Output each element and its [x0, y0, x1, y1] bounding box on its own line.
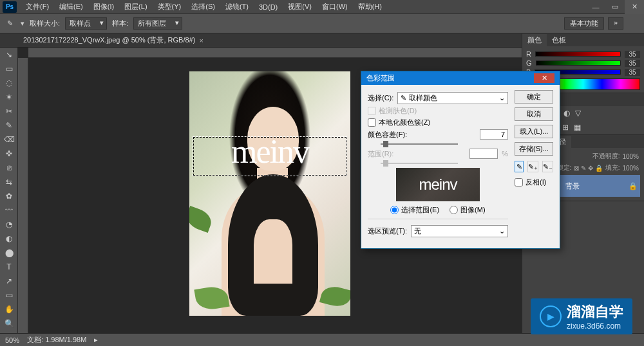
load-button[interactable]: 载入(L)...: [515, 125, 553, 138]
adjust-vibrance-icon[interactable]: ▽: [575, 109, 581, 118]
adjust-color-lookup-icon[interactable]: ▦: [574, 123, 581, 132]
watermark: ▶ 溜溜自学 zixue.3d66.com: [531, 298, 632, 334]
status-bar: 50% 文档: 1.98M/1.98M ▸: [0, 333, 644, 346]
brush-tool[interactable]: ✜: [0, 147, 18, 161]
image-content: [254, 219, 292, 284]
radio-selection-input[interactable]: [390, 206, 399, 214]
b-value[interactable]: 35: [625, 69, 640, 76]
type-tool[interactable]: T: [0, 260, 18, 274]
cancel-button[interactable]: 取消: [515, 107, 553, 121]
lasso-tool[interactable]: ◌: [0, 76, 18, 90]
eyedropper-tool[interactable]: ✎: [0, 118, 18, 132]
document-tab[interactable]: 20130217172228_VQrwX.jpeg @ 50% (背景, RGB…: [18, 34, 209, 46]
invert-checkbox[interactable]: [515, 178, 523, 187]
ruler-vertical: [18, 58, 28, 333]
history-brush-tool[interactable]: ⇆: [0, 175, 18, 189]
zoom-level[interactable]: 50%: [5, 336, 19, 344]
zoom-tool[interactable]: 🔍: [0, 316, 18, 331]
selection-preview-label: 选区预览(T):: [368, 226, 407, 236]
radio-image-input[interactable]: [450, 206, 458, 214]
g-slider[interactable]: [536, 60, 621, 66]
save-button[interactable]: 存储(S)...: [515, 142, 553, 156]
ruler-horizontal: [28, 48, 522, 58]
menu-view[interactable]: 视图(V): [283, 2, 317, 12]
menu-file[interactable]: 文件(F): [21, 2, 54, 12]
menu-image[interactable]: 图像(I): [88, 2, 119, 12]
eraser-tool[interactable]: ✿: [0, 189, 18, 203]
healing-tool[interactable]: ⌫: [0, 132, 18, 147]
minimize-button[interactable]: —: [586, 0, 605, 14]
pen-tool[interactable]: ⬤: [0, 246, 18, 260]
menu-help[interactable]: 帮助(H): [353, 2, 387, 12]
eyedropper-sample-icon[interactable]: ✎: [515, 161, 524, 172]
menu-bar: Ps 文件(F) 编辑(E) 图像(I) 图层(L) 类型(Y) 选择(S) 滤…: [0, 0, 644, 14]
g-label: G: [526, 59, 532, 67]
menu-layer[interactable]: 图层(L): [119, 2, 152, 12]
select-value: 取样颜色: [409, 93, 437, 103]
menu-type[interactable]: 类型(Y): [153, 2, 187, 12]
ok-button[interactable]: 确定: [515, 90, 553, 104]
opacity-value[interactable]: 100%: [622, 153, 639, 160]
swatches-tab[interactable]: 色板: [547, 34, 571, 46]
tab-close-icon[interactable]: ×: [199, 37, 203, 44]
selection-preview-dropdown[interactable]: 无: [411, 225, 508, 237]
localized-checkbox[interactable]: [368, 118, 376, 127]
blur-tool[interactable]: ◔: [0, 217, 18, 232]
menu-3d[interactable]: 3D(D): [254, 3, 283, 11]
maximize-button[interactable]: ▭: [605, 0, 625, 14]
gradient-tool[interactable]: 〰: [0, 203, 18, 217]
dialog-title-bar[interactable]: 色彩范围 ✕: [361, 71, 560, 85]
localized-label: 本地化颜色簇(Z): [379, 118, 430, 127]
sample-dropdown[interactable]: 所有图层: [133, 17, 182, 30]
menu-select[interactable]: 选择(S): [186, 2, 220, 12]
watermark-brand: 溜溜自学: [567, 302, 623, 322]
hand-tool[interactable]: ✋: [0, 302, 18, 316]
dialog-close-button[interactable]: ✕: [534, 73, 554, 83]
adjust-exposure-icon[interactable]: ◐: [564, 109, 570, 118]
tools-panel: ↘ ▭ ◌ ✶ ✂ ✎ ⌫ ✜ ⎚ ⇆ ✿ 〰 ◔ ◐ ⬤ T ↗ ▭ ✋ 🔍: [0, 48, 18, 346]
move-tool[interactable]: ↘: [0, 48, 18, 62]
stamp-tool[interactable]: ⎚: [0, 161, 18, 175]
radio-selection[interactable]: 选择范围(E): [390, 205, 439, 215]
magic-wand-tool[interactable]: ✶: [0, 90, 18, 104]
dodge-tool[interactable]: ◐: [0, 232, 18, 246]
workspace-menu-icon[interactable]: »: [608, 17, 623, 30]
sample-size-dropdown[interactable]: 取样点: [65, 17, 107, 30]
preview-text: meinv: [419, 176, 457, 194]
select-label: 选择(C):: [368, 93, 393, 103]
menu-edit[interactable]: 编辑(E): [54, 2, 88, 12]
menu-filter[interactable]: 滤镜(T): [220, 2, 254, 12]
status-arrow-icon[interactable]: ▸: [94, 336, 98, 344]
r-value[interactable]: 35: [625, 51, 640, 58]
document-canvas[interactable]: meinv: [189, 71, 350, 316]
sample-label: 样本:: [112, 19, 128, 28]
invert-checkbox-row[interactable]: 反相(I): [515, 178, 553, 187]
radio-image[interactable]: 图像(M): [450, 205, 486, 215]
layer-name[interactable]: 背景: [565, 181, 580, 191]
play-icon: ▶: [540, 305, 562, 327]
fill-value[interactable]: 100%: [622, 165, 639, 172]
eyedropper-add-icon[interactable]: ✎₊: [527, 161, 538, 172]
r-slider[interactable]: [535, 51, 621, 57]
color-tab[interactable]: 颜色: [522, 34, 547, 46]
adjust-channel-mixer-icon[interactable]: ⊞: [562, 123, 569, 132]
fill-label: 填充:: [605, 163, 620, 172]
range-slider: [381, 163, 458, 164]
g-value[interactable]: 35: [625, 60, 640, 67]
menu-window[interactable]: 窗口(W): [317, 2, 353, 12]
fuzziness-slider[interactable]: [381, 143, 458, 145]
workspace-button[interactable]: 基本功能: [564, 17, 604, 30]
close-button[interactable]: ✕: [625, 0, 644, 14]
select-dropdown[interactable]: ✎ 取样颜色: [397, 92, 508, 104]
invert-label: 反相(I): [526, 178, 546, 187]
color-range-dialog: 色彩范围 ✕ 选择(C): ✎ 取样颜色 检测肤色(D) 本地化颜色簇(Z) 颜…: [361, 71, 560, 249]
shape-tool[interactable]: ▭: [0, 288, 18, 302]
fuzziness-input[interactable]: [480, 129, 508, 140]
lock-icons[interactable]: ⊠ ✎ ✥ 🔒: [574, 165, 602, 172]
selection-preview: meinv: [396, 168, 480, 201]
marquee-tool[interactable]: ▭: [0, 62, 18, 76]
crop-tool[interactable]: ✂: [0, 104, 18, 118]
eyedropper-subtract-icon[interactable]: ✎₋: [542, 161, 553, 172]
document-info[interactable]: 文档: 1.98M/1.98M: [27, 335, 86, 345]
path-select-tool[interactable]: ↗: [0, 274, 18, 288]
